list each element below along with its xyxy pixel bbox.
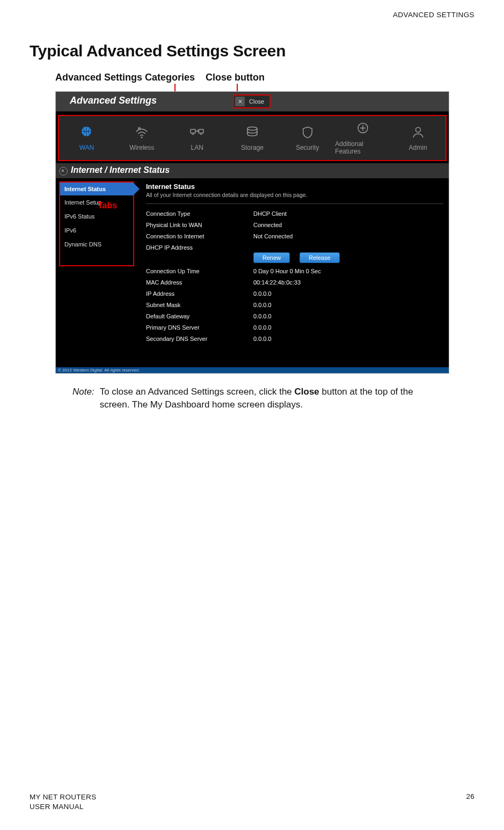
wifi-icon xyxy=(133,125,151,141)
section-header: ADVANCED SETTINGS xyxy=(393,11,474,19)
svg-point-7 xyxy=(415,127,420,132)
category-additional-features[interactable]: Additional Features xyxy=(335,116,390,160)
page-number: 26 xyxy=(466,792,474,812)
tab-dynamic-dns[interactable]: Dynamic DNS xyxy=(60,237,133,251)
page-title: Typical Advanced Settings Screen xyxy=(30,42,474,60)
tab-internet-setup[interactable]: Internet Setup xyxy=(60,195,133,209)
row-value: 0.0.0.0 xyxy=(253,290,272,297)
screenshot-advanced-settings: Advanced Settings ✕ Close WAN Wireless L… xyxy=(55,91,449,374)
callout-tabs: Tabs xyxy=(98,201,117,210)
section-subtitle: All of your Internet connection details … xyxy=(146,192,443,204)
category-admin[interactable]: Admin xyxy=(390,116,445,160)
row-label: Connection Type xyxy=(146,210,253,217)
content-panel: Internet Status All of your Internet con… xyxy=(134,178,449,367)
row-physical-link: Physical Link to WAN Connected xyxy=(146,222,443,228)
category-label: LAN xyxy=(191,144,203,151)
section-title: Internet Status xyxy=(146,183,443,191)
row-label: IP Address xyxy=(146,290,253,297)
row-subnet: Subnet Mask 0.0.0.0 xyxy=(146,302,443,308)
row-value: Connected xyxy=(253,222,282,228)
category-label: Security xyxy=(296,144,319,151)
storage-icon xyxy=(243,125,261,141)
tab-internet-status[interactable]: Internet Status xyxy=(60,183,133,195)
tab-ipv6[interactable]: IPv6 xyxy=(60,223,133,237)
svg-point-5 xyxy=(247,127,257,130)
category-label: Additional Features xyxy=(335,140,390,155)
row-dhcp-ip: DHCP IP Address xyxy=(146,244,443,251)
advanced-settings-title: Advanced Settings xyxy=(70,95,157,106)
shield-icon xyxy=(298,125,317,141)
callout-close: Close button xyxy=(206,72,265,83)
row-primary-dns: Primary DNS Server 0.0.0.0 xyxy=(146,324,443,331)
category-wireless[interactable]: Wireless xyxy=(114,116,170,160)
row-label: Connection to Internet xyxy=(146,233,253,239)
tabs-panel: Internet Status Internet Setup IPv6 Stat… xyxy=(59,181,134,266)
svg-rect-3 xyxy=(191,129,195,133)
breadcrumb: Internet / Internet Status xyxy=(56,163,449,178)
category-wan[interactable]: WAN xyxy=(59,116,114,160)
renew-button[interactable]: Renew xyxy=(253,252,290,263)
screenshot-copyright: © 2012 Western Digital. All rights reser… xyxy=(56,367,449,373)
close-icon: ✕ xyxy=(235,97,245,106)
footer-line-1: MY NET ROUTERS xyxy=(30,792,96,802)
row-value: 0.0.0.0 xyxy=(253,302,272,308)
footer-line-2: USER MANUAL xyxy=(30,802,96,812)
category-label: Storage xyxy=(241,144,264,151)
row-label: Secondary DNS Server xyxy=(146,336,253,342)
close-label: Close xyxy=(249,98,264,105)
row-mac: MAC Address 00:14:22:4b:0c:33 xyxy=(146,279,443,286)
category-security[interactable]: Security xyxy=(280,116,335,160)
category-lan[interactable]: LAN xyxy=(170,116,225,160)
page-footer: MY NET ROUTERS USER MANUAL 26 xyxy=(30,792,474,812)
note-paragraph: Note: To close an Advanced Settings scre… xyxy=(72,385,443,411)
breadcrumb-icon xyxy=(59,167,68,176)
row-label: MAC Address xyxy=(146,279,253,286)
row-value: 0.0.0.0 xyxy=(253,324,272,331)
row-label: Primary DNS Server xyxy=(146,324,253,331)
user-icon xyxy=(409,125,427,141)
row-label: Default Gateway xyxy=(146,313,253,319)
row-label: Connection Up Time xyxy=(146,268,253,274)
row-value: 0 Day 0 Hour 0 Min 0 Sec xyxy=(253,268,321,274)
row-value: DHCP Client xyxy=(253,210,287,217)
svg-point-1 xyxy=(141,137,143,139)
breadcrumb-text: Internet / Internet Status xyxy=(71,165,170,174)
category-label: WAN xyxy=(79,144,94,151)
advanced-settings-topbar: Advanced Settings ✕ Close xyxy=(56,92,449,112)
close-button[interactable]: ✕ Close xyxy=(233,94,271,108)
row-value: 00:14:22:4b:0c:33 xyxy=(253,279,301,286)
row-gateway: Default Gateway 0.0.0.0 xyxy=(146,313,443,319)
category-storage[interactable]: Storage xyxy=(225,116,280,160)
release-button[interactable]: Release xyxy=(300,252,339,263)
note-text: To close an Advanced Settings screen, cl… xyxy=(100,385,443,411)
note-label: Note: xyxy=(72,385,94,411)
row-label: Physical Link to WAN xyxy=(146,222,253,228)
row-label: Subnet Mask xyxy=(146,302,253,308)
plus-icon xyxy=(354,121,372,137)
tab-ipv6-status[interactable]: IPv6 Status xyxy=(60,209,133,223)
row-secondary-dns: Secondary DNS Server 0.0.0.0 xyxy=(146,336,443,342)
row-value: Not Connected xyxy=(253,233,293,239)
category-row: WAN Wireless LAN Storage Security Additi… xyxy=(58,115,447,161)
category-label: Admin xyxy=(409,144,427,151)
globe-icon xyxy=(77,125,96,141)
row-connection-internet: Connection to Internet Not Connected xyxy=(146,233,443,239)
lan-icon xyxy=(188,125,206,141)
row-label: DHCP IP Address xyxy=(146,244,253,251)
row-uptime: Connection Up Time 0 Day 0 Hour 0 Min 0 … xyxy=(146,268,443,274)
row-ip: IP Address 0.0.0.0 xyxy=(146,290,443,297)
row-connection-type: Connection Type DHCP Client xyxy=(146,210,443,217)
row-value: 0.0.0.0 xyxy=(253,313,272,319)
callout-categories: Advanced Settings Categories xyxy=(55,72,195,83)
row-value: 0.0.0.0 xyxy=(253,336,272,342)
category-label: Wireless xyxy=(129,144,154,151)
